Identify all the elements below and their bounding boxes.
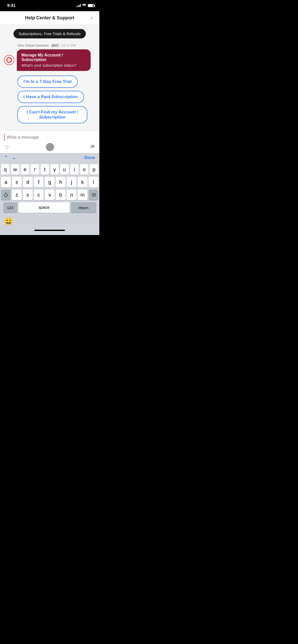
- key-backspace[interactable]: [89, 189, 98, 200]
- key-u[interactable]: u: [60, 164, 69, 175]
- bot-avatar-inner: [6, 57, 12, 63]
- status-time: 9:41: [7, 3, 16, 8]
- key-j[interactable]: j: [67, 177, 76, 187]
- key-l[interactable]: l: [89, 177, 98, 187]
- keyboard-done-button[interactable]: Done: [85, 155, 96, 160]
- keyboard-row-3: z x c v b n m: [1, 189, 98, 200]
- key-p[interactable]: p: [90, 164, 98, 175]
- key-v[interactable]: v: [45, 189, 55, 200]
- bot-bubble-subtitle: What's your subscription status?: [21, 63, 86, 67]
- key-a[interactable]: a: [1, 177, 11, 187]
- key-c[interactable]: c: [34, 189, 44, 200]
- chat-area: Subscriptions, Free Trials & Refunds Zer…: [0, 25, 99, 130]
- key-h[interactable]: h: [56, 177, 65, 187]
- key-i[interactable]: i: [70, 164, 79, 175]
- status-bar: 9:41: [0, 0, 99, 11]
- key-k[interactable]: k: [78, 177, 87, 187]
- key-space[interactable]: space: [19, 202, 70, 213]
- emoji-bottom-bar: 😀: [0, 216, 99, 228]
- topic-badge: Subscriptions, Free Trials & Refunds: [4, 29, 95, 38]
- key-o[interactable]: o: [80, 164, 89, 175]
- bot-name: Zero Virtual Assistant: [17, 43, 49, 47]
- battery-icon: [88, 4, 94, 7]
- key-d[interactable]: d: [23, 177, 33, 187]
- bot-message-row: Manage My Account / Subscription What's …: [4, 49, 95, 71]
- key-z[interactable]: z: [12, 189, 22, 200]
- keyboard-prev-button[interactable]: ⌃: [4, 155, 8, 160]
- bot-avatar: [4, 55, 14, 65]
- key-r[interactable]: r: [31, 164, 39, 175]
- bot-bubble: Manage My Account / Subscription What's …: [17, 49, 91, 71]
- key-return[interactable]: return: [71, 202, 96, 213]
- key-123[interactable]: 123: [3, 202, 17, 213]
- key-w[interactable]: w: [11, 164, 20, 175]
- home-indicator: [0, 228, 99, 235]
- bot-bubble-title: Manage My Account / Subscription: [21, 53, 86, 62]
- keyboard-row-1: q w e r t y u i o p: [1, 164, 98, 175]
- bot-meta: Zero Virtual Assistant BOT 12:17 PM: [4, 43, 95, 47]
- emoji-button[interactable]: ☺: [4, 144, 10, 150]
- key-x[interactable]: x: [23, 189, 33, 200]
- mic-button[interactable]: [46, 143, 54, 151]
- key-e[interactable]: e: [21, 164, 29, 175]
- input-area: ☺: [0, 130, 99, 153]
- key-m[interactable]: m: [78, 189, 87, 200]
- app-container: Help Center & Support × Subscriptions, F…: [0, 11, 99, 235]
- keyboard-toolbar: ⌃ ⌄ Done: [0, 153, 99, 162]
- keyboard-next-button[interactable]: ⌄: [12, 155, 16, 160]
- input-actions: ☺: [4, 143, 95, 151]
- header-title: Help Center & Support: [25, 15, 74, 21]
- emoji-bottom-icon[interactable]: 😀: [4, 217, 13, 226]
- key-t[interactable]: t: [40, 164, 49, 175]
- key-s[interactable]: s: [12, 177, 22, 187]
- status-icons: [76, 4, 94, 8]
- key-n[interactable]: n: [67, 189, 76, 200]
- header: Help Center & Support ×: [0, 11, 99, 25]
- quick-reply-paid-sub[interactable]: I Have a Paid Subscription: [17, 91, 84, 103]
- key-b[interactable]: b: [56, 189, 65, 200]
- keyboard: q w e r t y u i o p a s d f g h j k l: [0, 162, 99, 216]
- home-bar: [34, 230, 65, 231]
- key-q[interactable]: q: [1, 164, 10, 175]
- key-f[interactable]: f: [34, 177, 44, 187]
- keyboard-row-2: a s d f g h j k l: [1, 177, 98, 187]
- key-shift[interactable]: [1, 189, 11, 200]
- close-button[interactable]: ×: [89, 14, 94, 22]
- key-y[interactable]: y: [50, 164, 59, 175]
- quick-replies: I'm In a 7-Day Free Trial I Have a Paid …: [4, 75, 95, 130]
- wifi-icon: [82, 4, 86, 8]
- keyboard-nav: ⌃ ⌄: [4, 155, 16, 160]
- quick-reply-cant-find[interactable]: I Can't Find my Account / Subscription: [17, 106, 87, 123]
- quick-reply-free-trial[interactable]: I'm In a 7-Day Free Trial: [17, 76, 78, 88]
- keyboard-row-4: 123 space return: [1, 202, 98, 213]
- topic-badge-text: Subscriptions, Free Trials & Refunds: [13, 29, 86, 38]
- message-input[interactable]: [4, 134, 95, 141]
- send-button[interactable]: [90, 144, 95, 150]
- key-g[interactable]: g: [45, 177, 55, 187]
- signal-icon: [76, 4, 81, 7]
- bot-time: 12:17 PM: [62, 43, 76, 47]
- bot-badge: BOT: [51, 44, 60, 47]
